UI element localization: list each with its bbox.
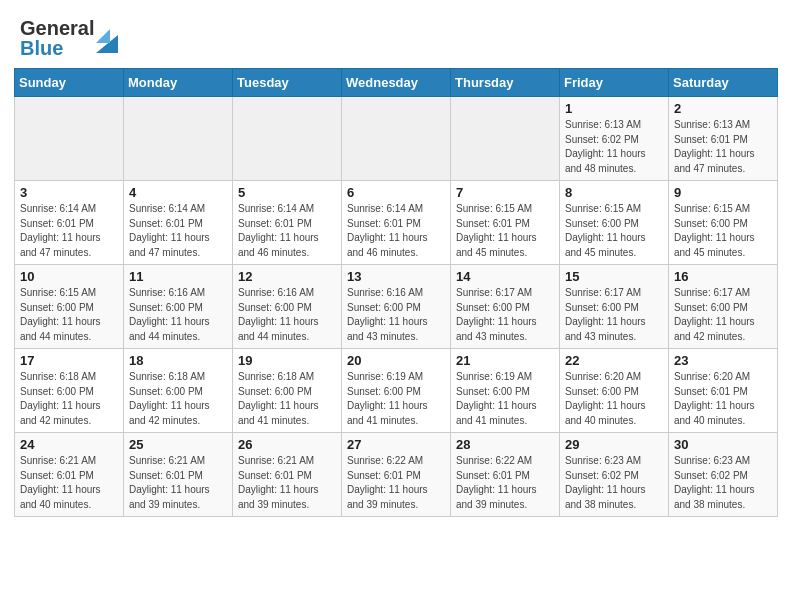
day-detail: Sunrise: 6:18 AM Sunset: 6:00 PM Dayligh… bbox=[129, 371, 210, 426]
day-number: 2 bbox=[674, 101, 772, 116]
calendar: SundayMondayTuesdayWednesdayThursdayFrid… bbox=[0, 68, 792, 531]
logo: General Blue bbox=[20, 18, 118, 58]
calendar-table: SundayMondayTuesdayWednesdayThursdayFrid… bbox=[14, 68, 778, 517]
day-detail: Sunrise: 6:16 AM Sunset: 6:00 PM Dayligh… bbox=[238, 287, 319, 342]
week-row-2: 3Sunrise: 6:14 AM Sunset: 6:01 PM Daylig… bbox=[15, 181, 778, 265]
day-cell: 11Sunrise: 6:16 AM Sunset: 6:00 PM Dayli… bbox=[124, 265, 233, 349]
day-detail: Sunrise: 6:23 AM Sunset: 6:02 PM Dayligh… bbox=[674, 455, 755, 510]
day-detail: Sunrise: 6:21 AM Sunset: 6:01 PM Dayligh… bbox=[129, 455, 210, 510]
day-number: 5 bbox=[238, 185, 336, 200]
day-number: 24 bbox=[20, 437, 118, 452]
day-number: 21 bbox=[456, 353, 554, 368]
day-cell: 14Sunrise: 6:17 AM Sunset: 6:00 PM Dayli… bbox=[451, 265, 560, 349]
weekday-sunday: Sunday bbox=[15, 69, 124, 97]
calendar-body: 1Sunrise: 6:13 AM Sunset: 6:02 PM Daylig… bbox=[15, 97, 778, 517]
day-detail: Sunrise: 6:22 AM Sunset: 6:01 PM Dayligh… bbox=[456, 455, 537, 510]
day-cell: 22Sunrise: 6:20 AM Sunset: 6:00 PM Dayli… bbox=[560, 349, 669, 433]
day-cell: 8Sunrise: 6:15 AM Sunset: 6:00 PM Daylig… bbox=[560, 181, 669, 265]
day-detail: Sunrise: 6:14 AM Sunset: 6:01 PM Dayligh… bbox=[238, 203, 319, 258]
week-row-5: 24Sunrise: 6:21 AM Sunset: 6:01 PM Dayli… bbox=[15, 433, 778, 517]
day-number: 17 bbox=[20, 353, 118, 368]
day-detail: Sunrise: 6:17 AM Sunset: 6:00 PM Dayligh… bbox=[674, 287, 755, 342]
day-detail: Sunrise: 6:23 AM Sunset: 6:02 PM Dayligh… bbox=[565, 455, 646, 510]
day-number: 29 bbox=[565, 437, 663, 452]
weekday-friday: Friday bbox=[560, 69, 669, 97]
day-cell: 6Sunrise: 6:14 AM Sunset: 6:01 PM Daylig… bbox=[342, 181, 451, 265]
day-number: 1 bbox=[565, 101, 663, 116]
page-header: General Blue bbox=[0, 0, 792, 68]
day-number: 16 bbox=[674, 269, 772, 284]
day-cell: 25Sunrise: 6:21 AM Sunset: 6:01 PM Dayli… bbox=[124, 433, 233, 517]
calendar-header: SundayMondayTuesdayWednesdayThursdayFrid… bbox=[15, 69, 778, 97]
day-cell: 29Sunrise: 6:23 AM Sunset: 6:02 PM Dayli… bbox=[560, 433, 669, 517]
day-cell: 10Sunrise: 6:15 AM Sunset: 6:00 PM Dayli… bbox=[15, 265, 124, 349]
day-detail: Sunrise: 6:17 AM Sunset: 6:00 PM Dayligh… bbox=[565, 287, 646, 342]
logo-general: General bbox=[20, 18, 94, 38]
day-cell bbox=[15, 97, 124, 181]
week-row-3: 10Sunrise: 6:15 AM Sunset: 6:00 PM Dayli… bbox=[15, 265, 778, 349]
day-cell: 23Sunrise: 6:20 AM Sunset: 6:01 PM Dayli… bbox=[669, 349, 778, 433]
day-detail: Sunrise: 6:13 AM Sunset: 6:01 PM Dayligh… bbox=[674, 119, 755, 174]
day-cell: 18Sunrise: 6:18 AM Sunset: 6:00 PM Dayli… bbox=[124, 349, 233, 433]
day-number: 4 bbox=[129, 185, 227, 200]
day-detail: Sunrise: 6:15 AM Sunset: 6:00 PM Dayligh… bbox=[20, 287, 101, 342]
weekday-tuesday: Tuesday bbox=[233, 69, 342, 97]
day-number: 23 bbox=[674, 353, 772, 368]
day-detail: Sunrise: 6:18 AM Sunset: 6:00 PM Dayligh… bbox=[20, 371, 101, 426]
day-number: 8 bbox=[565, 185, 663, 200]
week-row-1: 1Sunrise: 6:13 AM Sunset: 6:02 PM Daylig… bbox=[15, 97, 778, 181]
weekday-saturday: Saturday bbox=[669, 69, 778, 97]
day-number: 19 bbox=[238, 353, 336, 368]
day-detail: Sunrise: 6:14 AM Sunset: 6:01 PM Dayligh… bbox=[129, 203, 210, 258]
day-cell: 28Sunrise: 6:22 AM Sunset: 6:01 PM Dayli… bbox=[451, 433, 560, 517]
day-number: 18 bbox=[129, 353, 227, 368]
day-detail: Sunrise: 6:20 AM Sunset: 6:00 PM Dayligh… bbox=[565, 371, 646, 426]
day-number: 9 bbox=[674, 185, 772, 200]
day-detail: Sunrise: 6:19 AM Sunset: 6:00 PM Dayligh… bbox=[456, 371, 537, 426]
day-number: 22 bbox=[565, 353, 663, 368]
day-cell: 4Sunrise: 6:14 AM Sunset: 6:01 PM Daylig… bbox=[124, 181, 233, 265]
day-number: 13 bbox=[347, 269, 445, 284]
day-cell: 19Sunrise: 6:18 AM Sunset: 6:00 PM Dayli… bbox=[233, 349, 342, 433]
day-detail: Sunrise: 6:21 AM Sunset: 6:01 PM Dayligh… bbox=[20, 455, 101, 510]
day-cell: 21Sunrise: 6:19 AM Sunset: 6:00 PM Dayli… bbox=[451, 349, 560, 433]
week-row-4: 17Sunrise: 6:18 AM Sunset: 6:00 PM Dayli… bbox=[15, 349, 778, 433]
day-number: 30 bbox=[674, 437, 772, 452]
day-detail: Sunrise: 6:14 AM Sunset: 6:01 PM Dayligh… bbox=[347, 203, 428, 258]
day-cell: 27Sunrise: 6:22 AM Sunset: 6:01 PM Dayli… bbox=[342, 433, 451, 517]
svg-marker-1 bbox=[96, 29, 110, 43]
day-detail: Sunrise: 6:13 AM Sunset: 6:02 PM Dayligh… bbox=[565, 119, 646, 174]
day-detail: Sunrise: 6:14 AM Sunset: 6:01 PM Dayligh… bbox=[20, 203, 101, 258]
day-number: 14 bbox=[456, 269, 554, 284]
day-detail: Sunrise: 6:16 AM Sunset: 6:00 PM Dayligh… bbox=[129, 287, 210, 342]
logo-icon bbox=[96, 25, 118, 53]
day-cell: 20Sunrise: 6:19 AM Sunset: 6:00 PM Dayli… bbox=[342, 349, 451, 433]
day-cell bbox=[233, 97, 342, 181]
day-cell: 13Sunrise: 6:16 AM Sunset: 6:00 PM Dayli… bbox=[342, 265, 451, 349]
day-cell: 30Sunrise: 6:23 AM Sunset: 6:02 PM Dayli… bbox=[669, 433, 778, 517]
day-detail: Sunrise: 6:15 AM Sunset: 6:01 PM Dayligh… bbox=[456, 203, 537, 258]
day-cell: 24Sunrise: 6:21 AM Sunset: 6:01 PM Dayli… bbox=[15, 433, 124, 517]
day-number: 12 bbox=[238, 269, 336, 284]
day-number: 15 bbox=[565, 269, 663, 284]
day-detail: Sunrise: 6:16 AM Sunset: 6:00 PM Dayligh… bbox=[347, 287, 428, 342]
day-cell: 15Sunrise: 6:17 AM Sunset: 6:00 PM Dayli… bbox=[560, 265, 669, 349]
day-cell bbox=[451, 97, 560, 181]
day-cell: 17Sunrise: 6:18 AM Sunset: 6:00 PM Dayli… bbox=[15, 349, 124, 433]
day-cell bbox=[342, 97, 451, 181]
day-number: 3 bbox=[20, 185, 118, 200]
day-detail: Sunrise: 6:21 AM Sunset: 6:01 PM Dayligh… bbox=[238, 455, 319, 510]
day-detail: Sunrise: 6:15 AM Sunset: 6:00 PM Dayligh… bbox=[565, 203, 646, 258]
day-number: 28 bbox=[456, 437, 554, 452]
day-number: 6 bbox=[347, 185, 445, 200]
day-number: 27 bbox=[347, 437, 445, 452]
day-number: 26 bbox=[238, 437, 336, 452]
day-cell: 9Sunrise: 6:15 AM Sunset: 6:00 PM Daylig… bbox=[669, 181, 778, 265]
day-cell: 1Sunrise: 6:13 AM Sunset: 6:02 PM Daylig… bbox=[560, 97, 669, 181]
weekday-monday: Monday bbox=[124, 69, 233, 97]
weekday-thursday: Thursday bbox=[451, 69, 560, 97]
day-cell bbox=[124, 97, 233, 181]
day-detail: Sunrise: 6:15 AM Sunset: 6:00 PM Dayligh… bbox=[674, 203, 755, 258]
day-number: 10 bbox=[20, 269, 118, 284]
day-number: 7 bbox=[456, 185, 554, 200]
